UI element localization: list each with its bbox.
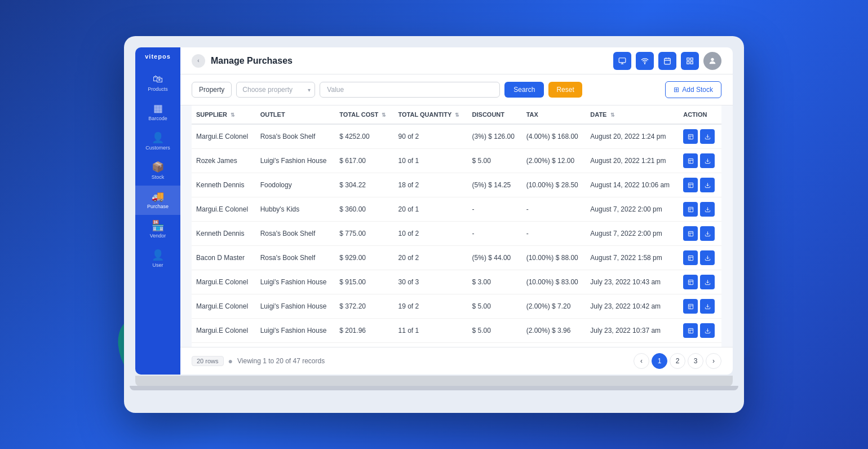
sidebar-item-customers[interactable]: 👤 Customers: [135, 127, 180, 156]
cell-outlet: Luigi's Fashion House: [256, 319, 335, 343]
download-button-8[interactable]: [700, 323, 715, 338]
view-icon: [688, 328, 694, 334]
view-button-1[interactable]: [683, 153, 698, 168]
sidebar-item-user[interactable]: 👤 User: [135, 244, 180, 274]
view-button-6[interactable]: [683, 275, 698, 289]
cell-total-quantity: 30 of 3: [394, 270, 468, 294]
download-button-6[interactable]: [700, 275, 715, 289]
cell-supplier: Kenneth Dennis: [192, 173, 256, 197]
cell-total-cost: $ 360.00: [335, 197, 393, 222]
view-button-0[interactable]: [683, 129, 698, 144]
add-stock-button[interactable]: ⊞ Add Stock: [665, 81, 721, 98]
download-icon: [705, 255, 711, 261]
cell-supplier: Margui.E Colonel: [192, 294, 256, 319]
download-button-2[interactable]: [700, 178, 715, 192]
cell-supplier: Margui.E Colonel: [192, 343, 256, 347]
download-button-1[interactable]: [700, 153, 715, 168]
download-button-7[interactable]: [700, 299, 715, 314]
col-total-cost[interactable]: TOTAL COST ⇅: [335, 105, 393, 124]
sidebar-item-barcode[interactable]: ▦ Barcode: [135, 98, 180, 127]
col-discount[interactable]: DISCOUNT: [468, 105, 522, 124]
sidebar-item-products[interactable]: 🛍 Products: [135, 68, 180, 98]
cell-tax: (10.00%) $ 88.00: [522, 246, 586, 270]
pagination-info: 20 rows ● Viewing 1 to 20 of 47 records: [192, 356, 325, 366]
cell-supplier: Margui.E Colonel: [192, 270, 256, 294]
col-outlet[interactable]: OUTLET: [256, 105, 335, 124]
download-icon: [705, 279, 711, 285]
search-button[interactable]: Search: [504, 82, 544, 98]
cell-date: July 23, 2022 10:42 am: [586, 294, 679, 319]
cell-tax: (2.00%) $ 12.00: [522, 149, 586, 173]
cell-total-quantity: 20 of 1: [394, 197, 468, 222]
view-button-4[interactable]: [683, 226, 698, 241]
property-button[interactable]: Property: [192, 82, 232, 98]
sidebar-item-vendor[interactable]: 🏪 Vendor: [135, 215, 180, 244]
cell-total-cost: $ 694.60: [335, 343, 393, 347]
sidebar-label-purchase: Purchase: [147, 204, 169, 209]
table-row: Kenneth Dennis Foodology $ 304.22 18 of …: [192, 173, 721, 197]
prev-page-button[interactable]: ‹: [634, 353, 649, 369]
rows-per-page[interactable]: 20 rows: [192, 356, 224, 366]
cell-tax: -: [522, 197, 586, 222]
monitor-icon: [618, 57, 626, 65]
page-1-button[interactable]: 1: [652, 353, 667, 369]
reset-button[interactable]: Reset: [548, 82, 582, 98]
action-buttons: [683, 202, 717, 217]
download-button-0[interactable]: [700, 129, 715, 144]
value-input[interactable]: [320, 82, 500, 98]
cell-total-cost: $ 775.00: [335, 222, 393, 246]
cell-discount: (5%) $ 44.00: [468, 246, 522, 270]
grid-icon: [686, 57, 694, 65]
cell-discount: $ 5.00: [468, 149, 522, 173]
wifi-icon-btn[interactable]: [636, 52, 654, 70]
app-logo: vitepos: [145, 53, 171, 60]
sidebar-label-vendor: Vendor: [150, 233, 166, 239]
col-supplier[interactable]: SUPPLIER ⇅: [192, 105, 256, 124]
monitor-icon-btn[interactable]: [613, 52, 631, 70]
next-page-button[interactable]: ›: [706, 353, 721, 369]
view-icon: [688, 303, 694, 310]
view-button-3[interactable]: [683, 202, 698, 217]
collapse-button[interactable]: ‹: [192, 54, 205, 68]
download-button-3[interactable]: [700, 202, 715, 217]
sidebar-label-customers: Customers: [145, 145, 170, 151]
calendar-icon-btn[interactable]: [658, 52, 676, 70]
table-row: Margui.E Colonel Luigi's Fashion House $…: [192, 319, 721, 343]
page-2-button[interactable]: 2: [670, 353, 685, 369]
sidebar-item-stock[interactable]: 📦 Stock: [135, 156, 180, 186]
col-tax[interactable]: TAX: [522, 105, 586, 124]
page-3-button[interactable]: 3: [688, 353, 703, 369]
cell-date: August 14, 2022 10:06 am: [586, 173, 679, 197]
col-total-quantity[interactable]: TOTAL QUANTITY ⇅: [394, 105, 468, 124]
avatar-button[interactable]: [703, 52, 721, 70]
cell-date: August 20, 2022 1:24 pm: [586, 124, 679, 149]
view-button-2[interactable]: [683, 178, 698, 192]
download-icon: [705, 206, 711, 213]
cell-total-cost: $ 617.00: [335, 149, 393, 173]
col-date[interactable]: DATE ⇅: [586, 105, 679, 124]
cell-total-quantity: 19 of 2: [394, 294, 468, 319]
view-button-7[interactable]: [683, 299, 698, 314]
sort-qty-icon: ⇅: [455, 112, 459, 118]
sidebar-item-purchase[interactable]: 🚚 Purchase: [135, 186, 180, 215]
download-button-5[interactable]: [700, 250, 715, 265]
svg-rect-28: [688, 183, 693, 187]
download-button-4[interactable]: [700, 226, 715, 241]
grid-icon-btn[interactable]: [681, 52, 699, 70]
cell-total-quantity: 20 of 2: [394, 246, 468, 270]
cell-supplier: Margui.E Colonel: [192, 197, 256, 222]
cell-total-cost: $ 929.00: [335, 246, 393, 270]
avatar-icon: [708, 56, 717, 65]
view-button-5[interactable]: [683, 250, 698, 265]
customers-icon: 👤: [152, 133, 164, 143]
page-title: Manage Purchases: [211, 56, 293, 66]
view-button-8[interactable]: [683, 323, 698, 338]
action-buttons: [683, 323, 717, 338]
cell-total-quantity: 11 of 1: [394, 319, 468, 343]
header-left: ‹ Manage Purchases: [192, 54, 293, 68]
choose-property-select[interactable]: Choose property: [236, 82, 315, 98]
filter-bar: Property Choose property Search Reset ⊞ …: [180, 74, 733, 105]
svg-rect-32: [688, 207, 693, 212]
header: ‹ Manage Purchases: [180, 47, 733, 74]
cell-total-quantity: 90 of 2: [394, 124, 468, 149]
